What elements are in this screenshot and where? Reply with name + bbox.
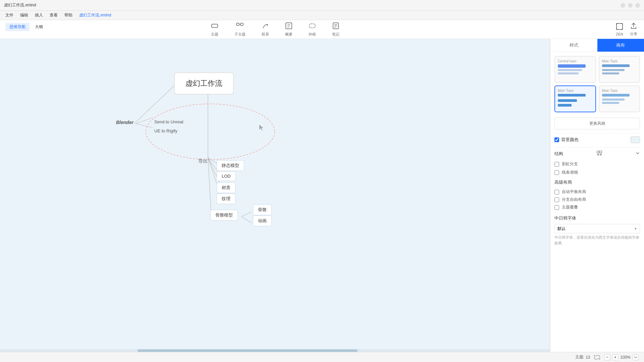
send-to-unreal-label: Send to Unreal <box>154 119 183 124</box>
zoom-in-button[interactable]: + <box>612 354 618 360</box>
scrollbar-thumb[interactable] <box>138 349 358 352</box>
main3-bar1 <box>602 94 630 97</box>
topic-overlap-checkbox[interactable] <box>554 205 559 210</box>
font-desc: 中日韩字体，设置后优化与西文字体混合排版的字体效果。 <box>554 235 640 246</box>
right-toolbar: ZEN 分享 <box>550 20 644 39</box>
svg-rect-25 <box>597 154 599 156</box>
rainbow-row: 彩虹分支 <box>554 160 640 168</box>
topic-bone[interactable]: 骨骼 <box>253 204 272 215</box>
gradient-checkbox[interactable] <box>554 170 559 175</box>
topic-skeletal-model[interactable]: 骨骼模型 <box>210 210 238 221</box>
main2-bar3 <box>558 104 572 107</box>
topic-overlap-option: 主题覆叠 <box>554 203 640 211</box>
bg-color-checkbox[interactable] <box>554 137 559 142</box>
toolbar-share[interactable]: 分享 <box>627 21 640 38</box>
toolbar-connect-label: 联系 <box>262 32 269 37</box>
branch-free-label: 分支自由布局 <box>562 197 586 202</box>
tab-style[interactable]: 样式 <box>550 39 597 52</box>
maximize-button[interactable] <box>628 3 633 8</box>
zoom-level: 100% <box>620 355 631 360</box>
structure-expand-icon[interactable] <box>596 150 602 157</box>
ue-to-rigify-node[interactable]: UE to Rigify <box>154 128 177 134</box>
mindmap-view-btn[interactable]: 思维导图 <box>5 23 30 31</box>
lod-label: LOD <box>222 174 231 179</box>
auto-balance-option: 自动平衡布局 <box>554 188 640 196</box>
topic-animation[interactable]: 动画 <box>253 216 272 226</box>
topic-material[interactable]: 材质 <box>217 182 235 193</box>
structure-arrow-icon[interactable] <box>635 151 640 157</box>
main-topic-thumb-label1: Main Topic <box>602 59 637 63</box>
bg-color-row: 背景颜色 <box>554 133 640 146</box>
send-to-unreal-node[interactable]: Send to Unreal <box>154 119 183 125</box>
main-thumb-bar3 <box>602 72 620 74</box>
tab-theme[interactable]: 画布 <box>597 39 644 52</box>
panel-content: Central topic Main Topic Main Topic <box>550 52 644 250</box>
note-icon <box>332 22 339 31</box>
close-button[interactable] <box>635 3 640 8</box>
style-thumb-main2[interactable]: Main Topic <box>554 85 596 112</box>
gradient-row: 线条渐细 <box>554 168 640 177</box>
main-thumb-bar2 <box>602 69 625 71</box>
menu-edit[interactable]: 编辑 <box>17 12 31 19</box>
mindmap-container: 虚幻工作流 Blender Send to Unreal UE to Rigif… <box>0 39 550 352</box>
texture-label: 纹理 <box>222 196 230 201</box>
zen-icon <box>616 23 623 32</box>
toolbar-outline[interactable]: 概要 <box>282 21 295 38</box>
menu-file[interactable]: 文件 <box>3 12 16 19</box>
bg-color-text: 背景颜色 <box>561 137 579 143</box>
toolbar-connect[interactable]: 联系 <box>259 21 272 38</box>
structure-title: 结构 <box>554 151 563 157</box>
menu-insert[interactable]: 插入 <box>32 12 46 19</box>
outer-icon <box>309 22 316 31</box>
menu-help[interactable]: 帮助 <box>62 12 75 19</box>
skeletal-model-label: 骨骼模型 <box>215 213 233 218</box>
menu-bar: 文件 编辑 插入 查看 帮助 虚幻工作流.xmind <box>0 11 644 20</box>
topic-lod[interactable]: LOD <box>217 171 236 181</box>
export-node[interactable]: 导出 <box>198 158 208 164</box>
horizontal-scrollbar[interactable] <box>0 349 550 352</box>
window-controls[interactable] <box>621 3 640 8</box>
central-topic[interactable]: 虚幻工作流 <box>174 72 234 95</box>
zoom-dropdown-button[interactable] <box>633 354 639 360</box>
advanced-layout-title: 高级布局 <box>554 179 640 185</box>
menu-view[interactable]: 查看 <box>47 12 60 19</box>
font-select-wrapper: 默认 ▼ <box>554 224 640 233</box>
title-bar: 虚幻工作流.xmind <box>0 0 644 11</box>
style-thumb-main3[interactable]: Main Topic <box>599 85 640 112</box>
style-thumb-central[interactable]: Central topic <box>554 56 596 83</box>
bg-color-swatch[interactable] <box>631 136 640 143</box>
topic-static-model[interactable]: 静态模型 <box>217 160 244 171</box>
topic-texture[interactable]: 纹理 <box>217 193 235 204</box>
minimize-button[interactable] <box>621 3 625 8</box>
material-label: 材质 <box>222 185 230 190</box>
map-icon-item[interactable] <box>594 355 600 360</box>
font-select[interactable]: 默认 <box>554 224 640 233</box>
branch-free-option: 分支自由布局 <box>554 196 640 203</box>
menu-filename: 虚幻工作流.xmind <box>76 12 114 19</box>
main-canvas[interactable]: 虚幻工作流 Blender Send to Unreal UE to Rigif… <box>0 39 550 352</box>
topic-count-item: 主题: 13 <box>575 354 590 360</box>
outline-view-btn[interactable]: 大纲 <box>31 23 47 31</box>
main-toolbar: 主题 子主题 联系 概要 <box>0 20 550 39</box>
central-thumb-bar3 <box>558 72 579 74</box>
auto-balance-checkbox[interactable] <box>554 190 559 194</box>
toolbar-main[interactable]: 主题 <box>208 21 221 38</box>
svg-line-19 <box>208 158 211 217</box>
branch-free-checkbox[interactable] <box>554 197 559 202</box>
blender-node[interactable]: Blender <box>116 119 133 125</box>
toolbar-outer[interactable]: 外框 <box>306 21 319 38</box>
toolbar-note[interactable]: 笔记 <box>329 21 342 38</box>
zoom-out-button[interactable]: − <box>604 354 610 360</box>
toolbar-zen-label: ZEN <box>616 32 623 36</box>
topic-count-label: 主题: <box>575 354 584 360</box>
rainbow-checkbox[interactable] <box>554 162 559 167</box>
gradient-label: 线条渐细 <box>562 170 578 175</box>
toolbar-zen[interactable]: ZEN <box>613 21 626 38</box>
main3-bar2 <box>602 99 625 101</box>
toolbar-subtopic[interactable]: 子主题 <box>232 21 248 38</box>
toolbar-outline-label: 概要 <box>285 32 292 37</box>
style-thumb-main1[interactable]: Main Topic <box>599 56 640 83</box>
toolbar-note-label: 笔记 <box>332 32 339 37</box>
change-style-btn[interactable]: 更换风格 <box>554 118 640 129</box>
main-thumb-bar <box>602 64 630 67</box>
